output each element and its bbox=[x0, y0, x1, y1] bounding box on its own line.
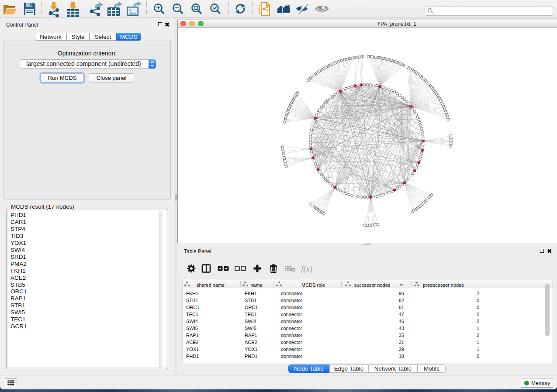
svg-text:f(x): f(x) bbox=[301, 264, 312, 274]
